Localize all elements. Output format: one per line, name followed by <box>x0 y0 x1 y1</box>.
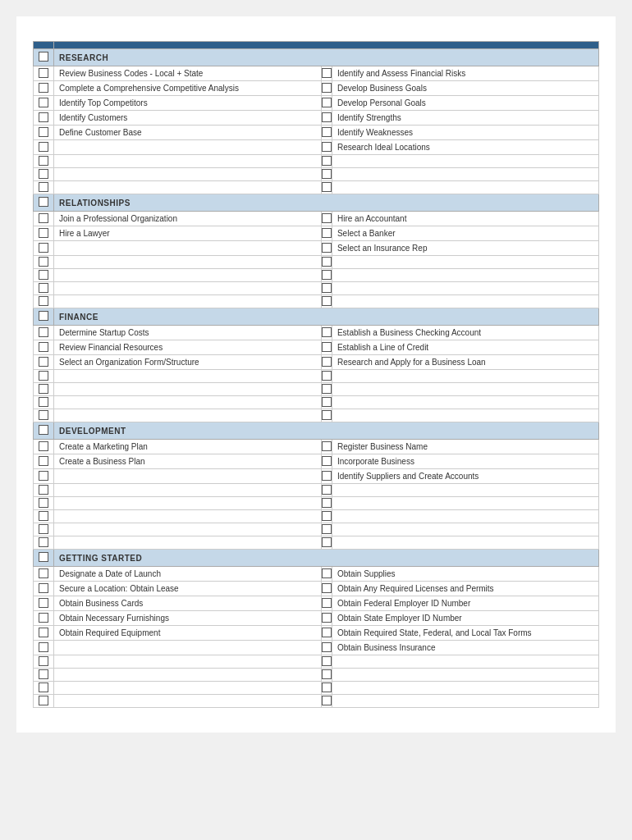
left-checkbox-cell[interactable] <box>34 469 54 484</box>
right-checkbox[interactable] <box>322 441 332 451</box>
left-checkbox[interactable] <box>39 228 48 238</box>
right-checkbox[interactable] <box>322 642 332 652</box>
empty-right-checkbox-cell[interactable] <box>321 669 332 682</box>
empty-left-checkbox[interactable] <box>39 696 48 705</box>
empty-right-checkbox-cell[interactable] <box>321 497 332 510</box>
empty-right-checkbox-cell[interactable] <box>321 269 332 282</box>
right-checkbox-cell[interactable] <box>321 111 332 126</box>
empty-right-checkbox[interactable] <box>322 524 332 534</box>
left-checkbox[interactable] <box>39 213 48 223</box>
empty-left-checkbox[interactable] <box>39 296 48 306</box>
empty-right-checkbox-cell[interactable] <box>321 168 332 181</box>
empty-right-checkbox-cell[interactable] <box>321 409 332 422</box>
right-checkbox-cell[interactable] <box>321 326 332 340</box>
empty-left-checkbox-cell[interactable] <box>34 655 54 669</box>
section-x-cell[interactable] <box>34 550 54 567</box>
empty-right-checkbox[interactable] <box>322 384 332 394</box>
left-checkbox-cell[interactable] <box>34 212 54 226</box>
left-checkbox-cell[interactable] <box>34 340 54 355</box>
left-checkbox[interactable] <box>39 628 48 637</box>
empty-left-checkbox[interactable] <box>39 485 48 495</box>
empty-right-checkbox[interactable] <box>322 182 332 192</box>
right-checkbox-cell[interactable] <box>321 611 332 626</box>
left-checkbox-cell[interactable] <box>34 582 54 596</box>
right-checkbox[interactable] <box>322 243 332 253</box>
empty-right-checkbox[interactable] <box>322 669 332 679</box>
empty-left-checkbox-cell[interactable] <box>34 669 54 682</box>
empty-left-checkbox[interactable] <box>39 537 48 547</box>
right-checkbox-cell[interactable] <box>321 66 332 81</box>
right-checkbox-cell[interactable] <box>321 641 332 655</box>
right-checkbox[interactable] <box>322 568 332 578</box>
right-checkbox[interactable] <box>322 598 332 608</box>
empty-left-checkbox[interactable] <box>39 257 48 267</box>
section-checkbox[interactable] <box>39 425 48 435</box>
left-checkbox-cell[interactable] <box>34 326 54 340</box>
right-checkbox[interactable] <box>322 342 332 352</box>
empty-left-checkbox-cell[interactable] <box>34 510 54 523</box>
right-checkbox[interactable] <box>322 357 332 367</box>
left-checkbox[interactable] <box>39 98 48 107</box>
section-x-cell[interactable] <box>34 308 54 326</box>
empty-right-checkbox[interactable] <box>322 682 332 692</box>
right-checkbox[interactable] <box>322 456 332 466</box>
empty-left-checkbox-cell[interactable] <box>34 396 54 409</box>
left-checkbox[interactable] <box>39 583 48 593</box>
left-checkbox[interactable] <box>39 112 48 122</box>
empty-right-checkbox-cell[interactable] <box>321 682 332 695</box>
empty-right-checkbox[interactable] <box>322 270 332 280</box>
right-checkbox-cell[interactable] <box>321 96 332 111</box>
empty-left-checkbox-cell[interactable] <box>34 155 54 168</box>
right-checkbox-cell[interactable] <box>321 340 332 355</box>
empty-right-checkbox[interactable] <box>322 156 332 166</box>
empty-left-checkbox-cell[interactable] <box>34 370 54 383</box>
empty-left-checkbox[interactable] <box>39 397 48 407</box>
right-checkbox[interactable] <box>322 83 332 93</box>
left-checkbox-cell[interactable] <box>34 626 54 641</box>
empty-right-checkbox[interactable] <box>322 283 332 293</box>
empty-left-checkbox[interactable] <box>39 371 48 381</box>
empty-right-checkbox-cell[interactable] <box>321 396 332 409</box>
left-checkbox[interactable] <box>39 642 48 652</box>
left-checkbox-cell[interactable] <box>34 126 54 140</box>
empty-right-checkbox[interactable] <box>322 371 332 381</box>
left-checkbox-cell[interactable] <box>34 226 54 241</box>
empty-left-checkbox-cell[interactable] <box>34 409 54 422</box>
empty-left-checkbox[interactable] <box>39 182 48 192</box>
empty-right-checkbox[interactable] <box>322 257 332 267</box>
empty-right-checkbox-cell[interactable] <box>321 536 332 550</box>
left-checkbox[interactable] <box>39 441 48 451</box>
empty-right-checkbox[interactable] <box>322 296 332 306</box>
left-checkbox[interactable] <box>39 456 48 466</box>
section-checkbox[interactable] <box>39 52 48 62</box>
empty-left-checkbox[interactable] <box>39 410 48 420</box>
right-checkbox[interactable] <box>322 127 332 137</box>
empty-left-checkbox[interactable] <box>39 169 48 179</box>
empty-left-checkbox-cell[interactable] <box>34 536 54 550</box>
left-checkbox[interactable] <box>39 471 48 481</box>
empty-left-checkbox-cell[interactable] <box>34 282 54 295</box>
empty-left-checkbox-cell[interactable] <box>34 523 54 536</box>
left-checkbox-cell[interactable] <box>34 567 54 582</box>
empty-left-checkbox-cell[interactable] <box>34 295 54 308</box>
empty-right-checkbox[interactable] <box>322 656 332 666</box>
empty-right-checkbox[interactable] <box>322 537 332 547</box>
empty-left-checkbox[interactable] <box>39 156 48 166</box>
empty-right-checkbox[interactable] <box>322 410 332 420</box>
empty-left-checkbox-cell[interactable] <box>34 497 54 510</box>
empty-left-checkbox[interactable] <box>39 384 48 394</box>
left-checkbox-cell[interactable] <box>34 140 54 155</box>
section-x-cell[interactable] <box>34 422 54 440</box>
right-checkbox[interactable] <box>322 213 332 223</box>
empty-right-checkbox-cell[interactable] <box>321 523 332 536</box>
left-checkbox-cell[interactable] <box>34 596 54 611</box>
right-checkbox-cell[interactable] <box>321 469 332 484</box>
left-checkbox-cell[interactable] <box>34 66 54 81</box>
left-checkbox-cell[interactable] <box>34 454 54 469</box>
left-checkbox[interactable] <box>39 357 48 367</box>
empty-left-checkbox[interactable] <box>39 669 48 679</box>
empty-left-checkbox[interactable] <box>39 283 48 293</box>
right-checkbox-cell[interactable] <box>321 81 332 96</box>
right-checkbox[interactable] <box>322 98 332 107</box>
empty-right-checkbox[interactable] <box>322 511 332 521</box>
